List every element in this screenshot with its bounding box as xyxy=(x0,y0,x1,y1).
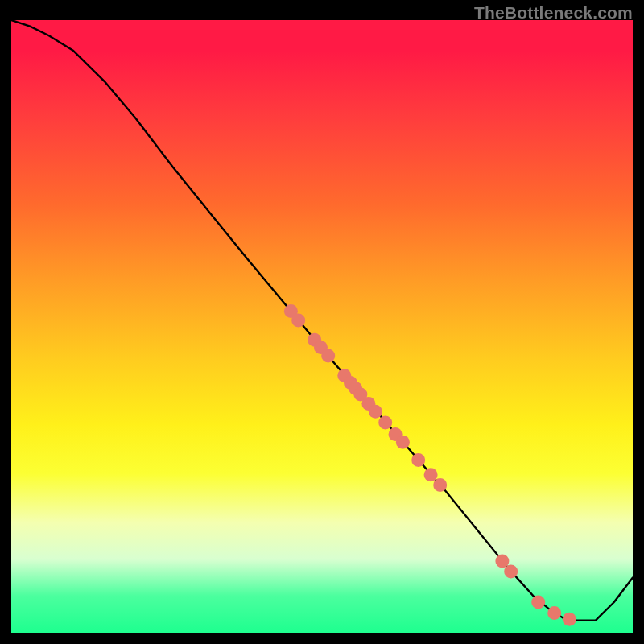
chart-frame: TheBottleneck.com xyxy=(0,0,644,644)
plot-area xyxy=(11,20,633,633)
data-point xyxy=(531,596,545,609)
watermark-text: TheBottleneck.com xyxy=(474,3,633,23)
data-point xyxy=(563,613,576,626)
chart-svg xyxy=(11,20,633,633)
data-point xyxy=(369,405,382,419)
data-point xyxy=(547,606,561,620)
data-point xyxy=(411,453,425,467)
data-point xyxy=(321,349,335,363)
data-point xyxy=(378,416,392,430)
data-point xyxy=(433,478,447,492)
bottleneck-curve xyxy=(11,20,633,621)
data-point xyxy=(291,313,305,327)
data-point xyxy=(424,468,438,481)
data-point xyxy=(504,564,518,578)
data-points-group xyxy=(284,304,576,626)
data-point xyxy=(396,436,410,449)
